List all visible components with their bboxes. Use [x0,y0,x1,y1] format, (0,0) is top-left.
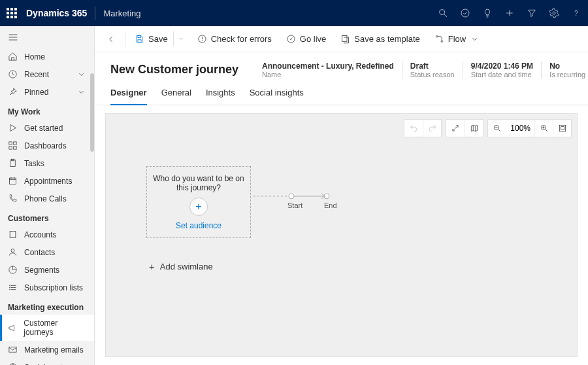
nav-segments[interactable]: Segments [0,261,94,279]
zoom-out-button[interactable] [488,120,506,137]
tab-insights[interactable]: Insights [206,88,235,105]
check-errors-button[interactable]: Check for errors [192,31,277,46]
golive-icon [286,34,296,44]
svg-rect-38 [138,40,141,43]
help-icon[interactable] [571,8,581,18]
designer-canvas[interactable]: 100% Who do you want to be on this journ… [105,113,578,357]
nav-social-posts[interactable]: Social posts [0,358,94,365]
clipboard-icon [8,158,18,168]
nav-recent[interactable]: Recent [0,65,94,83]
svg-point-0 [440,10,445,15]
header-field-recurring[interactable]: NoIs recurring [541,61,588,78]
undo-button[interactable] [404,120,423,137]
svg-rect-55 [559,125,565,131]
svg-point-7 [576,15,576,16]
page-title: New Customer journey [110,61,238,77]
tab-social-insights[interactable]: Social insights [250,88,304,105]
zoom-level: 100% [506,120,534,137]
nav-label: Dashboards [24,141,67,150]
chevron-down-icon [76,69,86,79]
svg-point-58 [289,194,294,199]
add-swimlane-button[interactable]: + Add swimlane [149,261,213,272]
svg-rect-22 [10,232,16,238]
person-icon [8,247,18,257]
nav-label: Social posts [24,363,67,366]
tab-designer[interactable]: Designer [110,88,147,105]
add-audience-button[interactable]: + [189,198,208,216]
chevron-down-icon [76,87,86,97]
header-field-start[interactable]: 9/4/2020 1:46 PMStart date and time [463,61,541,78]
nav-marketing-emails[interactable]: Marketing emails [0,341,94,358]
nav-label: Customer journeys [24,319,86,337]
redo-button[interactable] [423,120,441,137]
add-icon[interactable] [504,8,515,18]
lightbulb-icon[interactable] [482,8,493,18]
zoom-in-button[interactable] [534,120,553,137]
header-field-status[interactable]: DraftStatus reason [402,61,463,78]
building-icon [8,230,18,239]
plus-icon: + [149,261,155,272]
fullscreen-button[interactable] [446,120,465,137]
back-button[interactable] [101,32,121,46]
nav-dashboards[interactable]: Dashboards [0,137,94,154]
nav-home[interactable]: Home [0,48,94,65]
nav-phone-calls[interactable]: Phone Calls [0,190,94,207]
play-icon [8,123,18,133]
nav-contacts[interactable]: Contacts [0,243,94,261]
main-area: Save Check for errors Go live Save as te… [95,26,588,365]
svg-rect-12 [9,142,12,145]
chevron-down-icon [470,34,480,44]
nav-accounts[interactable]: Accounts [0,226,94,243]
command-bar: Save Check for errors Go live Save as te… [95,26,588,52]
save-dropdown-button[interactable] [173,31,188,46]
svg-point-34 [10,289,10,290]
nav-appointments[interactable]: Appointments [0,172,94,190]
form-header: New Customer journey Announcement - Luxu… [95,52,588,78]
svg-rect-35 [9,347,16,353]
svg-rect-56 [561,127,564,130]
nav-subscription-lists[interactable]: Subscription lists [0,279,94,296]
product-name: Dynamics 365 [26,8,87,18]
filter-icon[interactable] [527,8,537,18]
list-icon [8,283,18,292]
save-as-template-button[interactable]: Save as template [335,31,425,46]
svg-rect-37 [138,36,140,38]
flow-button[interactable]: Flow [429,31,485,46]
go-live-button[interactable]: Go live [281,31,331,46]
app-launcher-icon[interactable] [7,8,17,18]
task-icon[interactable] [460,8,470,18]
svg-line-49 [498,130,500,131]
cmd-label: Go live [300,34,326,44]
cmd-label: Save [148,34,168,44]
nav-tasks[interactable]: Tasks [0,154,94,172]
nav-customer-journeys[interactable]: Customer journeys [0,315,94,341]
navigation-sidebar: Home Recent Pinned My Work Get started D… [0,26,95,365]
form-tabs: Designer General Insights Social insight… [95,78,588,105]
svg-point-44 [436,36,438,38]
set-audience-link[interactable]: Set audience [176,221,221,230]
cmd-label: Check for errors [211,34,272,44]
tab-general[interactable]: General [161,88,191,105]
nav-label: Subscription lists [24,283,83,292]
area-name[interactable]: Marketing [103,9,140,18]
nav-label: Tasks [24,159,44,168]
nav-label: Recent [24,70,49,79]
fit-button[interactable] [553,120,571,137]
nav-label: Home [24,52,45,61]
settings-icon[interactable] [549,8,559,18]
search-icon[interactable] [438,8,448,18]
svg-rect-13 [14,142,16,145]
minimap-button[interactable] [465,120,483,137]
add-swimlane-label: Add swimlane [160,262,213,271]
megaphone-icon [8,323,17,333]
nav-pinned[interactable]: Pinned [0,83,94,101]
nav-get-started[interactable]: Get started [0,119,94,137]
nav-label: Accounts [24,230,56,239]
collapse-nav-button[interactable] [0,26,94,48]
nav-group-customers: Customers [0,207,94,226]
header-field-name[interactable]: Announcement - Luxury, RedefinedName [254,61,402,78]
nav-group-mywork: My Work [0,101,94,119]
save-button[interactable]: Save [129,31,169,46]
nav-label: Appointments [24,177,72,186]
audience-tile[interactable]: Who do you want to be on this journey? +… [146,166,251,238]
